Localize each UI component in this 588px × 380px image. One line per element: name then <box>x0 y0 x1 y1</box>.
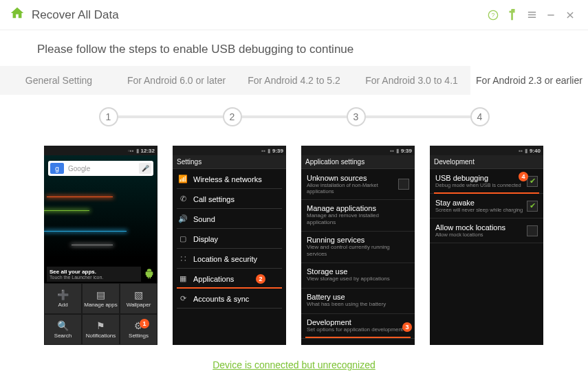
minimize-button[interactable] <box>543 7 559 23</box>
phone-step-3: ▪▪▮9:39 Application settings Unknown sou… <box>301 146 415 345</box>
step-4-circle: 4 <box>470 107 490 126</box>
signal-icon: ▪▪ <box>390 148 394 154</box>
item-call: ✆Call settings <box>173 189 286 209</box>
dock-add: ➕Add <box>44 283 82 314</box>
tab-general-setting[interactable]: General Setting <box>0 66 118 95</box>
apps-icon: ▦ <box>178 274 188 283</box>
status-bar: ▪▪▮9:39 <box>301 146 415 155</box>
battery-icon: ▮ <box>136 148 139 154</box>
help-icon[interactable]: ? <box>485 7 501 23</box>
screenshots-row: ▫▪▪ ▮ 12:32 g Google 🎤 See all your apps… <box>0 133 588 352</box>
hint-sub: Touch the Launcher icon. <box>50 275 138 280</box>
android-icon <box>144 267 155 282</box>
tabs-row: General Setting For Android 6.0 or later… <box>0 66 588 95</box>
tab-android-6[interactable]: For Android 6.0 or later <box>118 66 235 95</box>
item-battery-use: Battery useWhat has been using the batte… <box>301 289 415 314</box>
device-unrecognized-link[interactable]: Device is connected but unrecognized <box>213 359 375 370</box>
tab-android-23-earlier[interactable]: For Android 2.3 or earlier <box>470 66 588 95</box>
instruction-text: Please follow the steps to enable USB de… <box>0 30 588 66</box>
signal-icon: ▪▪ <box>519 148 523 154</box>
step-2-circle: 2 <box>223 107 242 126</box>
hint-title: See all your apps. <box>50 269 138 275</box>
item-title: Allow mock locations <box>435 223 527 232</box>
screen-header: Application settings <box>301 155 415 169</box>
home-icon[interactable] <box>10 5 25 25</box>
item-sub: What has been using the battery <box>307 301 409 308</box>
item-label: Call settings <box>193 195 235 203</box>
item-manage-apps: Manage applicationsManage and remove ins… <box>301 200 415 232</box>
sync-icon: ⟳ <box>178 294 188 303</box>
signal-icon: ▪▪ <box>261 148 265 154</box>
plus-icon: ➕ <box>57 289 69 300</box>
item-usb-debugging: USB debuggingDebug mode when USB is conn… <box>430 169 543 194</box>
phone-step-2: ▪▪▮9:39 Settings 📶Wireless & networks ✆C… <box>173 146 286 345</box>
wifi-icon: 📶 <box>178 175 188 183</box>
checkbox-icon: ✔ <box>527 201 538 212</box>
options-menu: ➕Add ▤Manage apps ▧Wallpaper 🔍Search ⚑No… <box>44 283 157 345</box>
item-sub: View and control currently running servi… <box>307 244 409 257</box>
step-badge-2: 2 <box>256 274 265 284</box>
google-search-placeholder: Google <box>64 165 139 172</box>
image-icon: ▧ <box>134 289 143 300</box>
battery-icon: ▮ <box>525 148 527 154</box>
dock-settings: ⚙ Settings 1 <box>120 314 157 345</box>
phone-step-4: ▪▪▮9:40 Development USB debuggingDebug m… <box>430 146 543 345</box>
item-title: USB debugging <box>435 174 527 182</box>
battery-icon: ▮ <box>396 148 399 154</box>
share-icon[interactable] <box>504 7 521 23</box>
item-running-services: Running servicesView and control current… <box>301 232 415 263</box>
wallpaper: g Google 🎤 See all your apps. Touch the … <box>44 155 157 283</box>
checkbox-icon <box>398 179 409 190</box>
status-bar: ▫▪▪ ▮ 12:32 <box>44 146 157 155</box>
item-sub: Screen will never sleep while charging <box>435 207 527 213</box>
apps-icon: ▤ <box>96 289 105 300</box>
item-label: Display <box>193 235 218 243</box>
signal-icon: ▫▪▪ <box>128 148 134 154</box>
item-accounts: ⟳Accounts & sync <box>173 289 286 309</box>
grid-icon: ⸬ <box>178 254 188 263</box>
item-sub: Debug mode when USB is connected <box>435 182 527 188</box>
step-line <box>242 115 347 118</box>
window-title: Recover All Data <box>32 8 482 22</box>
item-development: Development Set options for application … <box>301 314 415 339</box>
clock: 9:39 <box>401 148 412 154</box>
hint-bubble: See all your apps. Touch the Launcher ic… <box>47 267 141 282</box>
step-1-circle: 1 <box>99 107 118 126</box>
highlight-underline <box>305 337 411 338</box>
item-sub: Manage and remove installed applications <box>307 212 409 225</box>
svg-text:?: ? <box>492 12 495 19</box>
item-unknown-sources: Unknown sourcesAllow installation of non… <box>301 169 415 200</box>
step-line <box>118 115 223 118</box>
light-streak <box>44 210 89 211</box>
search-icon: 🔍 <box>57 320 69 331</box>
phone-icon: ✆ <box>178 194 188 203</box>
titlebar: Recover All Data ? <box>0 0 588 30</box>
tab-android-42-52[interactable]: For Android 4.2 to 5.2 <box>235 66 353 95</box>
item-sub: Set options for application development <box>307 326 409 333</box>
step-line <box>366 115 470 118</box>
dock-label: Wallpaper <box>127 302 151 308</box>
light-streak <box>44 231 127 232</box>
menu-icon[interactable] <box>523 7 540 23</box>
highlight-underline <box>434 192 539 194</box>
item-wireless: 📶Wireless & networks <box>173 169 286 189</box>
tab-android-30-41[interactable]: For Android 3.0 to 4.1 <box>353 66 470 95</box>
step-3-circle: 3 <box>347 107 366 126</box>
phone-step-1: ▫▪▪ ▮ 12:32 g Google 🎤 See all your apps… <box>44 146 157 345</box>
dock-label: Settings <box>129 333 149 339</box>
item-label: Sound <box>193 215 215 223</box>
item-title: Storage use <box>307 267 409 276</box>
item-storage-use: Storage useView storage used by applicat… <box>301 263 415 289</box>
close-button[interactable] <box>562 7 578 23</box>
item-mock-locations: Allow mock locationsAllow mock locations <box>430 219 543 243</box>
dock-label: Add <box>58 302 67 308</box>
checkbox-icon: ✔ <box>527 176 538 187</box>
speaker-icon: 🔊 <box>178 214 188 223</box>
item-title: Manage applications <box>307 204 409 212</box>
item-stay-awake: Stay awakeScreen will never sleep while … <box>430 194 543 219</box>
step-indicator-row: 1 2 3 4 <box>0 95 588 133</box>
google-search-bar: g Google 🎤 <box>48 161 153 176</box>
checkbox-icon <box>527 225 538 236</box>
item-title: Unknown sources <box>307 174 398 182</box>
dock-label: Manage apps <box>84 302 117 308</box>
